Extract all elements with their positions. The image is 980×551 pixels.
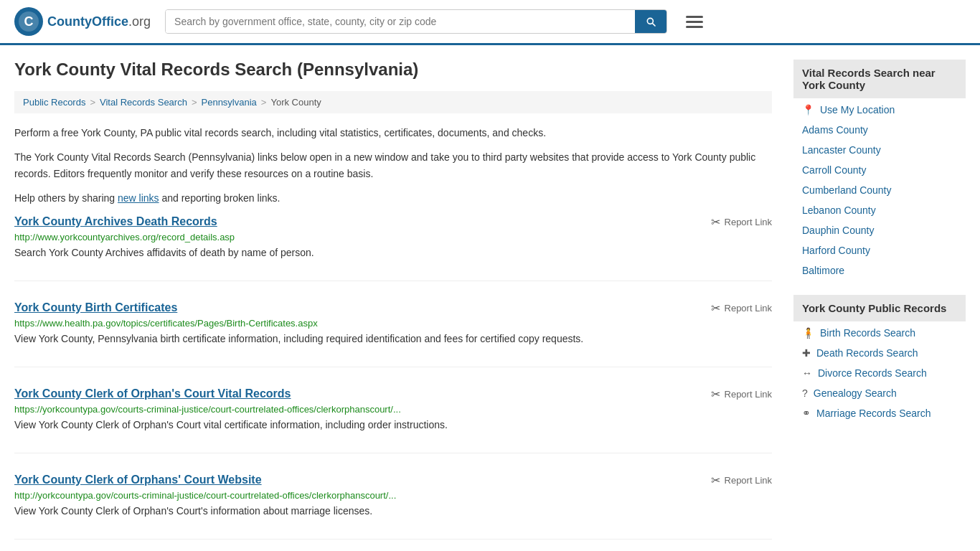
lebanon-county-link[interactable]: Lebanon County bbox=[802, 204, 876, 216]
baltimore-link[interactable]: Baltimore bbox=[802, 265, 844, 276]
sidebar-item-birth[interactable]: 🧍 Birth Records Search bbox=[793, 323, 966, 343]
record-url[interactable]: http://www.yorkcountyarchives.org/record… bbox=[14, 232, 772, 242]
breadcrumb-current: York County bbox=[270, 97, 321, 108]
record-desc: View York County Clerk of Orphan's Court… bbox=[14, 504, 772, 519]
record-entry: York County Archives Death Records ✂ Rep… bbox=[14, 215, 772, 281]
record-title[interactable]: York County Birth Certificates bbox=[14, 301, 177, 314]
report-link[interactable]: ✂ Report Link bbox=[711, 215, 772, 229]
sidebar-item-dauphin[interactable]: Dauphin County bbox=[793, 220, 966, 240]
report-link[interactable]: ✂ Report Link bbox=[711, 387, 772, 401]
sidebar-item-carroll[interactable]: Carroll County bbox=[793, 160, 966, 180]
sidebar-item-death[interactable]: ✚ Death Records Search bbox=[793, 343, 966, 363]
report-link[interactable]: ✂ Report Link bbox=[711, 301, 772, 315]
breadcrumb-pennsylvania[interactable]: Pennsylvania bbox=[202, 97, 257, 108]
report-icon: ✂ bbox=[711, 215, 720, 229]
new-links-link[interactable]: new links bbox=[118, 192, 159, 204]
report-icon: ✂ bbox=[711, 387, 720, 401]
cross-icon: ✚ bbox=[802, 347, 811, 359]
record-title[interactable]: York County Clerk of Orphans' Court Webs… bbox=[14, 474, 262, 486]
sidebar-item-harford[interactable]: Harford County bbox=[793, 240, 966, 260]
intro-paragraph-3: Help others by sharing new links and rep… bbox=[14, 190, 772, 206]
svg-text:C: C bbox=[24, 14, 34, 29]
record-entry: York County Clerk of Orphans' Court Webs… bbox=[14, 474, 772, 540]
logo-icon: C bbox=[14, 7, 43, 36]
rings-icon: ⚭ bbox=[802, 408, 811, 419]
nearby-header: Vital Records Search near York County bbox=[793, 60, 966, 98]
location-icon: 📍 bbox=[802, 104, 814, 116]
dauphin-county-link[interactable]: Dauphin County bbox=[802, 225, 874, 236]
logo-text: CountyOffice.org bbox=[47, 14, 151, 29]
harford-county-link[interactable]: Harford County bbox=[802, 245, 870, 256]
sidebar-item-marriage[interactable]: ⚭ Marriage Records Search bbox=[793, 403, 966, 423]
search-bar bbox=[165, 9, 667, 34]
public-records-section: York County Public Records 🧍 Birth Recor… bbox=[793, 295, 966, 423]
person-icon: 🧍 bbox=[802, 327, 814, 339]
public-records-header: York County Public Records bbox=[793, 295, 966, 321]
genealogy-link[interactable]: Genealogy Search bbox=[814, 387, 897, 399]
logo[interactable]: C CountyOffice.org bbox=[14, 7, 151, 36]
use-location-link[interactable]: Use My Location bbox=[820, 104, 895, 116]
record-entry: York County Clerk of Orphan's Court Vita… bbox=[14, 387, 772, 453]
sidebar-item-lebanon[interactable]: Lebanon County bbox=[793, 200, 966, 220]
record-title[interactable]: York County Clerk of Orphan's Court Vita… bbox=[14, 387, 291, 400]
record-url[interactable]: http://yorkcountypa.gov/courts-criminal-… bbox=[14, 490, 772, 501]
carroll-county-link[interactable]: Carroll County bbox=[802, 164, 866, 176]
lancaster-county-link[interactable]: Lancaster County bbox=[802, 144, 881, 156]
record-desc: Search York County Archives affidavits o… bbox=[14, 245, 772, 260]
sidebar-item-divorce[interactable]: ↔ Divorce Records Search bbox=[793, 363, 966, 383]
marriage-records-link[interactable]: Marriage Records Search bbox=[816, 408, 931, 419]
breadcrumb: Public Records > Vital Records Search > … bbox=[14, 91, 772, 113]
death-records-link[interactable]: Death Records Search bbox=[816, 347, 918, 359]
sidebar-item-adams[interactable]: Adams County bbox=[793, 120, 966, 140]
sidebar-item-lancaster[interactable]: Lancaster County bbox=[793, 140, 966, 160]
record-url[interactable]: https://yorkcountypa.gov/courts-criminal… bbox=[14, 404, 772, 415]
record-desc: View York County Clerk of Orphan's Court… bbox=[14, 418, 772, 433]
search-button[interactable] bbox=[635, 10, 666, 33]
record-title[interactable]: York County Archives Death Records bbox=[14, 215, 217, 228]
use-location-item[interactable]: 📍 Use My Location bbox=[793, 100, 966, 120]
record-entry: York County Birth Certificates ✂ Report … bbox=[14, 301, 772, 367]
question-icon: ? bbox=[802, 387, 808, 399]
report-icon: ✂ bbox=[711, 474, 720, 487]
birth-records-link[interactable]: Birth Records Search bbox=[820, 327, 915, 339]
breadcrumb-public-records[interactable]: Public Records bbox=[23, 97, 85, 108]
record-desc: View York County, Pennsylvania birth cer… bbox=[14, 331, 772, 347]
menu-button[interactable] bbox=[682, 11, 707, 32]
divorce-records-link[interactable]: Divorce Records Search bbox=[818, 367, 927, 379]
sidebar-item-cumberland[interactable]: Cumberland County bbox=[793, 180, 966, 200]
sidebar-item-baltimore[interactable]: Baltimore bbox=[793, 260, 966, 281]
arrows-icon: ↔ bbox=[802, 367, 812, 379]
report-link[interactable]: ✂ Report Link bbox=[711, 474, 772, 487]
cumberland-county-link[interactable]: Cumberland County bbox=[802, 184, 892, 196]
intro-paragraph-1: Perform a free York County, PA public vi… bbox=[14, 125, 772, 141]
adams-county-link[interactable]: Adams County bbox=[802, 124, 868, 136]
report-icon: ✂ bbox=[711, 301, 720, 315]
search-input[interactable] bbox=[166, 10, 635, 33]
nearby-section: Vital Records Search near York County 📍 … bbox=[793, 60, 966, 281]
record-url[interactable]: https://www.health.pa.gov/topics/certifi… bbox=[14, 318, 772, 329]
sidebar-item-genealogy[interactable]: ? Genealogy Search bbox=[793, 383, 966, 403]
page-title: York County Vital Records Search (Pennsy… bbox=[14, 60, 772, 80]
breadcrumb-vital-records[interactable]: Vital Records Search bbox=[100, 97, 187, 108]
intro-paragraph-2: The York County Vital Records Search (Pe… bbox=[14, 149, 772, 182]
